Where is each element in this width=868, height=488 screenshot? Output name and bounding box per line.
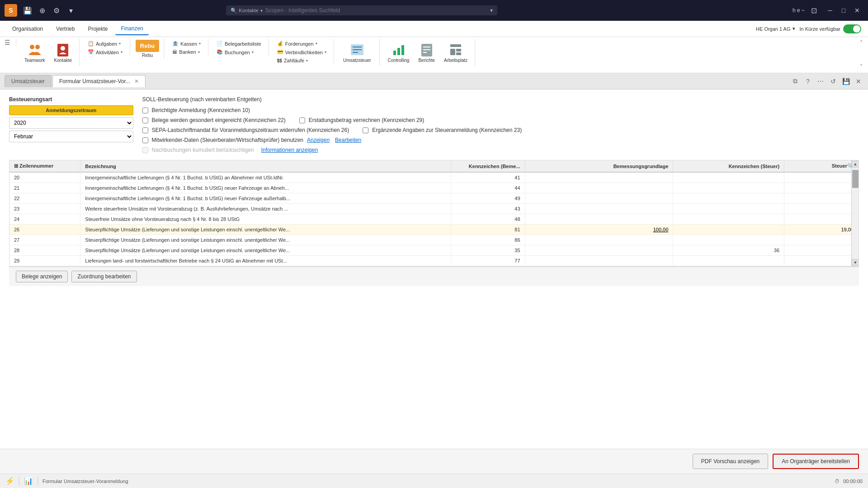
pdf-vorschau-button[interactable]: PDF Vorschau anzeigen	[693, 454, 768, 469]
table-row[interactable]: 28 Steuerpflichtige Umsätze (Lieferungen…	[9, 245, 859, 256]
menu-organisation[interactable]: Organisation	[7, 23, 48, 35]
ribbon-nav: ˄ ˅	[859, 39, 863, 71]
cell-kennz-steuer	[673, 235, 784, 245]
table-scrollbar-v[interactable]: ▲ ▼	[851, 160, 859, 266]
cell-kennz-beme: 43	[451, 204, 525, 214]
title-bar-right: h e ~ ⊡ ─ □ ✕	[793, 4, 863, 17]
menu-projekte[interactable]: Projekte	[82, 23, 113, 35]
status-icon-lightning[interactable]: ⚡	[5, 477, 14, 485]
tab-close-formular[interactable]: ✕	[134, 78, 139, 84]
scroll-thumb[interactable]	[852, 170, 859, 188]
ribbon-btn-kontakte[interactable]: Kontakte	[51, 40, 75, 65]
action-bar: PDF Vorschau anzeigen An Organträger ber…	[0, 449, 868, 474]
ribbon-scroll-down[interactable]: ˅	[859, 63, 863, 71]
informationen-link[interactable]: Informationen anzeigen	[261, 147, 318, 153]
ribbon-btn-controlling[interactable]: Controlling	[384, 40, 413, 65]
add-icon[interactable]: ⊕	[37, 5, 47, 15]
table-row[interactable]: 20 Innergemeinschaftliche Lieferungen (§…	[9, 172, 859, 183]
ribbon-scroll-up[interactable]: ˄	[859, 39, 863, 47]
tab-save-icon[interactable]: 💾	[841, 76, 851, 86]
ribbon-btn-aktivitaten[interactable]: 📅 Aktivitäten ▾	[85, 48, 125, 56]
cell-nr: 23	[9, 204, 80, 214]
cell-kennz-beme: 44	[451, 183, 525, 193]
ribbon-group-aufgaben: 📋 Aufgaben ▾ 📅 Aktivitäten ▾	[80, 39, 130, 57]
ribbon-btn-zahllaeufe[interactable]: $$ Zahlläufe ▾	[274, 57, 329, 64]
menu-vertrieb[interactable]: Vertrieb	[51, 23, 80, 35]
table-row[interactable]: 26 Steuerpflichtige Umsätze (Lieferungen…	[9, 225, 859, 235]
bearbeiten-link[interactable]: Bearbeiten	[335, 137, 361, 143]
close-button[interactable]: ✕	[851, 4, 863, 17]
tab-copy-icon[interactable]: ⧉	[790, 76, 800, 86]
controlling-icon	[391, 42, 407, 58]
table-row[interactable]: 21 Innergemeinschaftliche Lieferungen (§…	[9, 183, 859, 193]
svg-rect-16	[450, 49, 455, 55]
menu-finanzen[interactable]: Finanzen	[115, 23, 148, 35]
ribbon-btn-verbindlichkeiten[interactable]: 💳 Verbindlichkeiten ▾	[274, 48, 329, 56]
ribbon-btn-belegarbeitsliste[interactable]: 📄 Belegarbeitsliste	[214, 40, 264, 47]
belege-anzeigen-button[interactable]: Belege anzeigen	[16, 271, 68, 282]
table-row[interactable]: 22 Innergemeinschaftliche Lieferungen (§…	[9, 193, 859, 204]
ribbon-btn-forderungen[interactable]: 💰 Forderungen ▾	[274, 40, 329, 47]
filter-icon: ▾	[260, 8, 263, 13]
ribbon-btn-buchungen[interactable]: 📚 Buchungen ▾	[214, 48, 264, 56]
table-row[interactable]: 27 Steuerpflichtige Umsätze (Lieferungen…	[9, 235, 859, 245]
anzeigen-link[interactable]: Anzeigen	[307, 137, 330, 143]
col-header-zeilennummer[interactable]: ⊞ Zeilennummer	[9, 160, 80, 172]
save-icon[interactable]: 💾	[23, 5, 33, 15]
tab-refresh-icon[interactable]: ↺	[828, 76, 838, 86]
cell-bemessungsgrundlage	[525, 256, 673, 266]
org-selector[interactable]: HE Organ 1 AG ▾	[756, 26, 795, 32]
table-row[interactable]: 24 Steuerfreie Umsätze ohne Vorsteuerabz…	[9, 214, 859, 225]
checkbox-mitwirkender[interactable]	[142, 137, 148, 143]
soll-text: SOLL-Besteuerung (nach vereinbarten Entg…	[142, 96, 859, 103]
umsatzsteuer-icon	[349, 42, 365, 58]
ribbon-btn-banken[interactable]: 🏛 Banken ▾	[170, 48, 203, 56]
restore-icon[interactable]: ⊡	[809, 5, 819, 15]
ribbon-btn-umsatzsteuer[interactable]: Umsatzsteuer	[340, 40, 375, 65]
ribbon-btn-arbeitsplatz[interactable]: Arbeitsplatz	[440, 40, 471, 65]
cell-bezeichnung: Innergemeinschaftliche Lieferungen (§ 4 …	[80, 172, 451, 183]
cell-kennz-beme: 35	[451, 245, 525, 256]
ribbon-btn-aufgaben[interactable]: 📋 Aufgaben ▾	[85, 40, 125, 47]
tab-more-icon[interactable]: ⋯	[816, 76, 826, 86]
tab-formular[interactable]: Formular Umsatzsteuer-Vor... ✕	[52, 75, 146, 87]
cell-bemessungsgrundlage	[525, 204, 673, 214]
tab-umsatzsteuer[interactable]: Umsatzsteuer	[5, 75, 52, 87]
cell-bemessungsgrundlage	[525, 172, 673, 183]
ribbon-btn-teamwork[interactable]: Teamwork	[21, 40, 49, 65]
scroll-up-btn[interactable]: ▲	[852, 160, 859, 168]
search-dropdown-arrow[interactable]: ▾	[490, 7, 493, 14]
status-icon-chart[interactable]: 📊	[24, 477, 33, 485]
checkbox-berichtigte[interactable]	[142, 108, 148, 113]
verbindlichkeiten-dropdown-arrow: ▾	[325, 50, 326, 54]
dropdown-icon[interactable]: ▾	[66, 5, 76, 15]
rebu-badge[interactable]: Rebu	[136, 40, 160, 52]
zuordnung-bearbeiten-button[interactable]: Zuordnung bearbeiten	[71, 271, 137, 282]
tab-help-icon[interactable]: ?	[803, 76, 813, 86]
organtrager-bereitstellen-button[interactable]: An Organträger bereitstellen	[773, 454, 859, 469]
anmeldungszeitraum-button[interactable]: Anmeldungszeitraum	[9, 105, 133, 115]
table-row[interactable]: 29 Lieferungen land- und forstwirtschaft…	[9, 256, 859, 266]
search-input[interactable]	[265, 7, 488, 14]
checkbox-sepa-input[interactable]	[142, 127, 148, 133]
minimize-button[interactable]: ─	[824, 4, 836, 17]
ribbon-btn-rebu[interactable]: Rebu Rebu	[136, 40, 160, 58]
ribbon-btn-kassen[interactable]: 🏦 Kassen ▾	[170, 40, 203, 47]
toggle-control[interactable]	[843, 24, 861, 33]
cell-kennz-steuer	[673, 225, 784, 235]
app-logo[interactable]: S	[5, 4, 17, 17]
checkbox-belege-input[interactable]	[142, 117, 148, 123]
scroll-down-btn[interactable]: ▼	[852, 259, 859, 266]
ribbon-btn-berichte[interactable]: Berichte	[415, 40, 439, 65]
maximize-button[interactable]: □	[837, 4, 850, 17]
tab-close-icon[interactable]: ✕	[854, 76, 863, 86]
sort-icon[interactable]: ⊞	[14, 163, 18, 169]
year-select[interactable]: 2020	[9, 117, 133, 129]
settings-icon[interactable]: ⚙	[52, 5, 61, 15]
month-select[interactable]: Februar	[9, 131, 133, 142]
checkbox-erstattung-input[interactable]	[299, 117, 305, 123]
checkbox-erganzende-input[interactable]	[363, 127, 368, 133]
table-row[interactable]: 23 Weitere steuerfreie Umsätze mit Vorst…	[9, 204, 859, 214]
cell-steuer	[784, 235, 859, 245]
ribbon-toggle-icon[interactable]: ☰	[5, 39, 10, 46]
